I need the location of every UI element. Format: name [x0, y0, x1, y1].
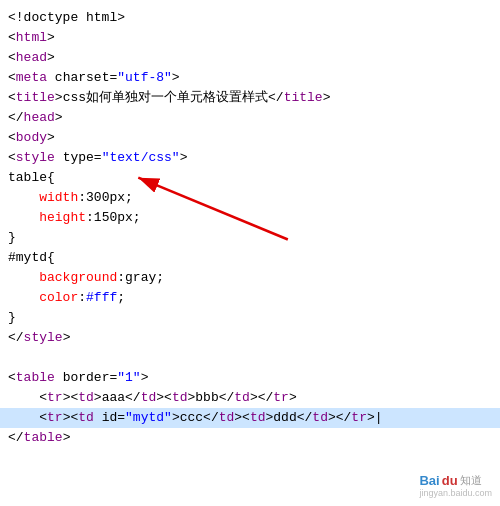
token	[8, 268, 39, 288]
token: >	[63, 428, 71, 448]
code-line: <style type="text/css">	[0, 148, 500, 168]
token: background	[39, 268, 117, 288]
code-line: }	[0, 308, 500, 328]
token: ;	[117, 288, 125, 308]
token: td	[78, 408, 94, 428]
token: head	[16, 48, 47, 68]
token: </	[8, 328, 24, 348]
token: >	[47, 48, 55, 68]
token: body	[16, 128, 47, 148]
code-line	[0, 448, 500, 468]
token: html	[16, 28, 47, 48]
token: td	[250, 408, 266, 428]
token: >	[172, 68, 180, 88]
code-line: </head>	[0, 108, 500, 128]
token: :300px;	[78, 188, 133, 208]
token: }	[8, 228, 16, 248]
token: <	[8, 368, 16, 388]
token: table	[24, 428, 63, 448]
token: <	[8, 28, 16, 48]
code-line: <meta charset="utf-8">	[0, 68, 500, 88]
code-line: background:gray;	[0, 268, 500, 288]
token: </	[8, 108, 24, 128]
token: #fff	[86, 288, 117, 308]
token: :	[78, 288, 86, 308]
token: <	[8, 68, 16, 88]
token: <	[8, 128, 16, 148]
token: >	[180, 148, 188, 168]
token: height	[39, 208, 86, 228]
token: td	[141, 388, 157, 408]
token: <	[8, 48, 16, 68]
token: meta	[16, 68, 47, 88]
token: td	[234, 388, 250, 408]
token: >	[47, 128, 55, 148]
token: td	[312, 408, 328, 428]
token: ><	[234, 408, 250, 428]
token: title	[16, 88, 55, 108]
code-line: </table>	[0, 428, 500, 448]
code-line: color:#fff;	[0, 288, 500, 308]
code-line: width:300px;	[0, 188, 500, 208]
token: <	[8, 148, 16, 168]
token: ><	[63, 408, 79, 428]
token: id=	[94, 408, 125, 428]
code-line: #mytd{	[0, 248, 500, 268]
token: border=	[55, 368, 117, 388]
token: "mytd"	[125, 408, 172, 428]
token: >bbb</	[187, 388, 234, 408]
token: title	[284, 88, 323, 108]
code-line: <head>	[0, 48, 500, 68]
token: :gray;	[117, 268, 164, 288]
token: #mytd{	[8, 248, 55, 268]
token: >ddd</	[266, 408, 313, 428]
code-line: <table border="1">	[0, 368, 500, 388]
token: <	[8, 388, 47, 408]
token: >css如何单独对一个单元格设置样式</	[55, 88, 284, 108]
token: ></	[328, 408, 351, 428]
token: >aaa</	[94, 388, 141, 408]
token: style	[16, 148, 55, 168]
token: </	[8, 428, 24, 448]
code-container: <!doctype html><html><head><meta charset…	[0, 0, 500, 506]
token: ></	[250, 388, 273, 408]
code-line: }	[0, 228, 500, 248]
token: type=	[55, 148, 102, 168]
code-lines: <!doctype html><html><head><meta charset…	[0, 8, 500, 506]
token: "text/css"	[102, 148, 180, 168]
code-line: <tr><td id="mytd">ccc</td><td>ddd</td></…	[0, 408, 500, 428]
token: width	[39, 188, 78, 208]
watermark: Baidu知道 jingyan.baidu.com	[419, 473, 492, 498]
token: >	[141, 368, 149, 388]
code-line: <!doctype html>	[0, 8, 500, 28]
token: <!doctype html>	[8, 8, 125, 28]
token: color	[39, 288, 78, 308]
token: td	[219, 408, 235, 428]
token: td	[172, 388, 188, 408]
token: head	[24, 108, 55, 128]
token: >	[55, 108, 63, 128]
watermark-url: jingyan.baidu.com	[419, 488, 492, 498]
code-line: <body>	[0, 128, 500, 148]
token	[8, 208, 39, 228]
token: >ccc</	[172, 408, 219, 428]
token: tr	[47, 388, 63, 408]
code-line: height:150px;	[0, 208, 500, 228]
token: tr	[351, 408, 367, 428]
token: tr	[273, 388, 289, 408]
token: >	[63, 328, 71, 348]
token: style	[24, 328, 63, 348]
code-line: </style>	[0, 328, 500, 348]
token	[8, 188, 39, 208]
token: charset=	[47, 68, 117, 88]
code-line: table{	[0, 168, 500, 188]
token: tr	[47, 408, 63, 428]
token: >	[323, 88, 331, 108]
token	[8, 288, 39, 308]
watermark-logo: Baidu知道	[419, 473, 492, 488]
token: "utf-8"	[117, 68, 172, 88]
code-line: <tr><td>aaa</td><td>bbb</td></tr>	[0, 388, 500, 408]
token: >	[289, 388, 297, 408]
token: }	[8, 308, 16, 328]
code-line	[0, 348, 500, 368]
